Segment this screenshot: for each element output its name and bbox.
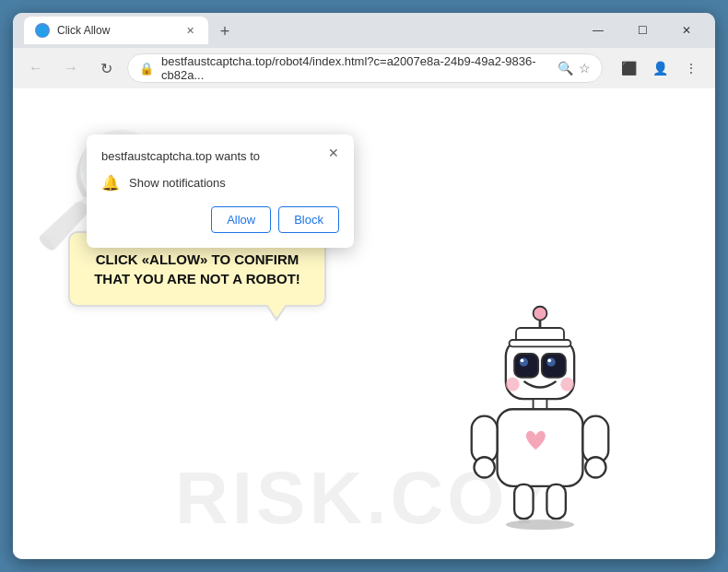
robot-area [439, 292, 641, 531]
lock-icon: 🔒 [139, 62, 154, 76]
tab-favicon: 🌐 [35, 23, 50, 38]
page-content: 🔍 RISK.CO7 bestfaustcaptcha.top wants to… [13, 88, 715, 559]
address-icons: 🔍 ☆ [558, 61, 591, 76]
forward-button[interactable]: → [57, 54, 85, 82]
svg-rect-14 [498, 409, 583, 486]
menu-icon[interactable]: ⋮ [676, 53, 706, 83]
tab-bar: 🌐 Click Allow ✕ + [24, 17, 571, 44]
popup-title: bestfaustcaptcha.top wants to [101, 149, 339, 163]
svg-point-8 [546, 358, 555, 367]
notification-row: 🔔 Show notifications [101, 174, 339, 192]
svg-point-17 [475, 457, 495, 477]
tab-title: Click Allow [57, 24, 110, 37]
address-text: bestfaustcaptcha.top/robot4/index.html?c… [161, 54, 550, 82]
nav-bar: ← → ↻ 🔒 bestfaustcaptcha.top/robot4/inde… [13, 48, 715, 88]
allow-button[interactable]: Allow [211, 206, 271, 233]
popup-close-button[interactable]: ✕ [324, 144, 343, 162]
window-controls: — ☐ ✕ [577, 17, 708, 44]
title-bar: 🌐 Click Allow ✕ + — ☐ ✕ [13, 13, 715, 48]
bell-icon: 🔔 [101, 174, 120, 192]
account-icon[interactable]: 👤 [645, 53, 675, 83]
svg-point-18 [585, 457, 605, 477]
svg-rect-4 [510, 340, 571, 346]
robot-svg [457, 292, 623, 531]
svg-point-21 [506, 519, 574, 530]
svg-point-7 [520, 358, 528, 367]
address-bar[interactable]: 🔒 bestfaustcaptcha.top/robot4/index.html… [127, 53, 603, 83]
browser-window: 🌐 Click Allow ✕ + — ☐ ✕ ← → [13, 13, 715, 559]
notification-popup: bestfaustcaptcha.top wants to ✕ 🔔 Show n… [87, 134, 354, 248]
extension-icon[interactable]: ⬛ [614, 53, 643, 83]
refresh-button[interactable]: ↻ [92, 54, 120, 82]
svg-point-12 [560, 378, 574, 391]
svg-rect-19 [514, 484, 533, 519]
bookmark-icon[interactable]: ☆ [579, 61, 591, 76]
back-button[interactable]: ← [22, 54, 50, 82]
search-icon[interactable]: 🔍 [558, 61, 573, 76]
notification-text: Show notifications [129, 176, 226, 190]
toolbar-icons: ⬛ 👤 ⋮ [614, 53, 706, 83]
popup-buttons: Allow Block [101, 206, 339, 233]
new-tab-button[interactable]: + [212, 18, 238, 44]
svg-point-11 [506, 378, 520, 391]
svg-point-10 [547, 358, 551, 362]
svg-rect-20 [546, 484, 565, 519]
svg-point-9 [521, 358, 524, 362]
tab-close-button[interactable]: ✕ [182, 23, 197, 38]
svg-rect-13 [534, 399, 547, 409]
svg-rect-5 [514, 354, 538, 378]
bubble-text: CLICK «ALLOW» TO CONFIRM THAT YOU ARE NO… [92, 250, 302, 288]
block-button[interactable]: Block [278, 206, 339, 233]
svg-point-1 [534, 307, 547, 321]
maximize-button[interactable]: ☐ [621, 17, 663, 44]
active-tab[interactable]: 🌐 Click Allow ✕ [24, 17, 208, 44]
close-button[interactable]: ✕ [665, 17, 708, 44]
minimize-button[interactable]: — [577, 17, 619, 44]
